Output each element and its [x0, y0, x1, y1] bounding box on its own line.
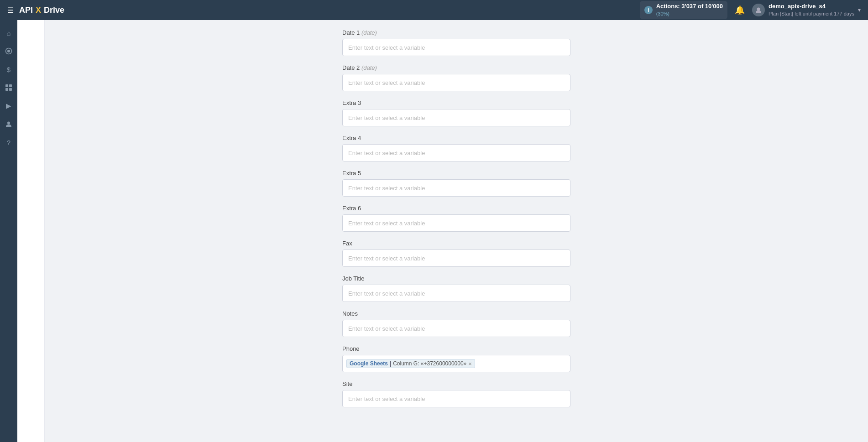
sidebar-item-profile[interactable] [1, 117, 16, 131]
field-input-job_title[interactable] [342, 285, 570, 302]
actions-count: Actions: 3'037 of 10'000 [656, 3, 723, 10]
tag-remove-icon[interactable]: × [468, 361, 472, 367]
tag-source: Google Sheets [350, 360, 388, 367]
sidebar-item-media[interactable]: ▶ [1, 99, 16, 113]
notification-bell-icon[interactable]: 🔔 [735, 5, 745, 15]
field-input-extra3[interactable] [342, 109, 570, 126]
field-input-notes[interactable] [342, 320, 570, 337]
field-input-site[interactable] [342, 390, 570, 407]
field-label-site: Site [342, 380, 570, 387]
svg-point-0 [757, 7, 760, 10]
field-label-extra6: Extra 6 [342, 205, 570, 212]
actions-percent: (30%) [656, 10, 723, 17]
svg-point-7 [7, 122, 10, 125]
info-icon: i [644, 6, 653, 14]
form-field-extra4: Extra 4 [342, 135, 570, 161]
chevron-down-icon[interactable]: ▾ [858, 7, 861, 13]
field-label-phone: Phone [342, 345, 570, 352]
form-field-extra6: Extra 6 [342, 205, 570, 232]
field-label-extra3: Extra 3 [342, 99, 570, 106]
form-field-phone: PhoneGoogle Sheets | Column G: «+3726000… [342, 345, 570, 372]
field-label-extra4: Extra 4 [342, 135, 570, 141]
svg-rect-3 [5, 84, 8, 87]
svg-point-1 [7, 50, 10, 52]
user-info: demo_apix-drive_s4 Plan |Start| left unt… [769, 2, 854, 18]
sidebar: ⌂ $ ▶ ? [0, 20, 17, 442]
field-type-hint-date2: (date) [360, 64, 377, 71]
field-label-date1: Date 1 (date) [342, 29, 570, 36]
tag-column: Column G: «+372600000000» [393, 360, 466, 367]
user-name: demo_apix-drive_s4 [769, 2, 854, 10]
form-field-job_title: Job Title [342, 275, 570, 302]
app-logo: APIXDrive [19, 5, 64, 15]
field-input-extra5[interactable] [342, 179, 570, 197]
field-label-fax: Fax [342, 240, 570, 247]
svg-rect-5 [5, 88, 8, 91]
form-field-notes: Notes [342, 310, 570, 337]
user-area[interactable]: demo_apix-drive_s4 Plan |Start| left unt… [752, 2, 861, 18]
sidebar-item-billing[interactable]: $ [1, 62, 16, 77]
svg-rect-6 [9, 88, 12, 91]
main-layout: ⌂ $ ▶ ? Date 1 (date)Date 2 (date)Extra … [0, 20, 868, 442]
form-field-extra3: Extra 3 [342, 99, 570, 126]
sidebar-item-home[interactable]: ⌂ [1, 26, 16, 40]
field-input-date1[interactable] [342, 39, 570, 56]
tag-item-phone: Google Sheets | Column G: «+372600000000… [346, 359, 475, 368]
sidebar-item-network[interactable] [1, 44, 16, 58]
sidebar-item-integrations[interactable] [1, 80, 16, 95]
form-field-fax: Fax [342, 240, 570, 267]
avatar [752, 4, 765, 16]
logo-drive: Drive [44, 5, 64, 15]
field-label-notes: Notes [342, 310, 570, 317]
field-label-job_title: Job Title [342, 275, 570, 282]
form-field-site: Site [342, 380, 570, 407]
navbar-actions-area: i Actions: 3'037 of 10'000 (30%) 🔔 demo_… [640, 1, 861, 19]
left-panel [17, 20, 45, 442]
main-content: Date 1 (date)Date 2 (date)Extra 3Extra 4… [45, 20, 868, 442]
form-container: Date 1 (date)Date 2 (date)Extra 3Extra 4… [342, 29, 570, 407]
tag-input-phone[interactable]: Google Sheets | Column G: «+372600000000… [342, 355, 570, 372]
logo-x: X [36, 5, 41, 15]
user-plan: Plan |Start| left until payment 177 days [769, 10, 854, 17]
form-field-extra5: Extra 5 [342, 170, 570, 197]
sidebar-item-help[interactable]: ? [1, 135, 16, 150]
logo-api: API [19, 5, 33, 15]
hamburger-menu[interactable]: ☰ [7, 6, 14, 15]
field-label-date2: Date 2 (date) [342, 64, 570, 71]
field-type-hint-date1: (date) [360, 29, 377, 36]
field-input-fax[interactable] [342, 250, 570, 267]
actions-text: Actions: 3'037 of 10'000 (30%) [656, 3, 723, 17]
content-area: Date 1 (date)Date 2 (date)Extra 3Extra 4… [17, 20, 868, 442]
field-input-date2[interactable] [342, 74, 570, 91]
field-input-extra6[interactable] [342, 214, 570, 232]
actions-badge: i Actions: 3'037 of 10'000 (30%) [640, 1, 727, 19]
form-field-date1: Date 1 (date) [342, 29, 570, 56]
field-label-extra5: Extra 5 [342, 170, 570, 177]
navbar: ☰ APIXDrive i Actions: 3'037 of 10'000 (… [0, 0, 868, 20]
field-input-extra4[interactable] [342, 144, 570, 161]
form-field-date2: Date 2 (date) [342, 64, 570, 91]
svg-rect-4 [9, 84, 12, 87]
